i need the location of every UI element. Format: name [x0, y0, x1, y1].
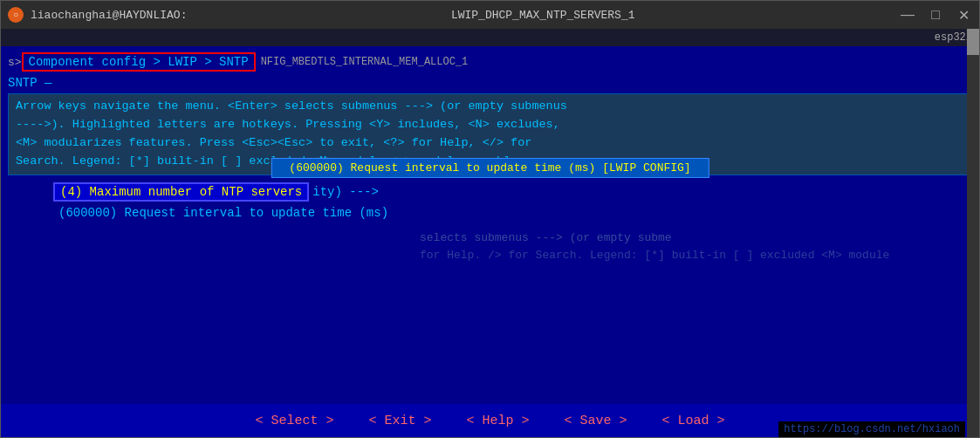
menu-item-row-2[interactable]: (600000) Request interval to update time… [1, 203, 979, 222]
progress-text: (600000) Request interval to update time… [289, 161, 690, 175]
main-window: ○ liaochanghai@HAYDNLIAO: LWIP_DHCP_MAX_… [0, 0, 980, 438]
title-bar-controls: — □ ✕ [899, 6, 972, 24]
select-button[interactable]: < Select > [255, 414, 333, 428]
menu-item-ntp-suffix: ity) ---> [309, 185, 379, 199]
restore-button[interactable]: □ [927, 6, 944, 24]
scrollbar-thumb[interactable] [967, 29, 979, 55]
menu-area: selects submenus ---> (or empty subme fo… [1, 181, 979, 222]
help-button[interactable]: < Help > [466, 414, 529, 428]
title-bar-left: ○ liaochanghai@HAYDNLIAO: [8, 7, 187, 23]
menu-item-ntp-text: (4) Maximum number of NTP servers [60, 185, 302, 199]
terminal-body: esp32/ s> Component config > LWIP > SNTP… [1, 29, 979, 437]
breadcrumb: Component config > LWIP > SNTP [22, 52, 256, 72]
sntp-label: SNTP — [8, 76, 51, 90]
title-bar-user: liaochanghai@HAYDNLIAO: [31, 9, 187, 22]
menu-item-ntp[interactable]: (4) Maximum number of NTP servers [53, 182, 309, 202]
save-button[interactable]: < Save > [565, 414, 627, 428]
terminal-top-bar: esp32/ [1, 29, 979, 46]
app-icon: ○ [8, 7, 24, 23]
watermark: https://blog.csdn.net/hxiaoh [778, 421, 965, 437]
minimize-button[interactable]: — [899, 6, 916, 24]
progress-bar: (600000) Request interval to update time… [271, 158, 709, 178]
terminal-content: s> Component config > LWIP > SNTP NFIG_M… [1, 46, 979, 226]
close-button[interactable]: ✕ [955, 6, 972, 24]
title-bar: ○ liaochanghai@HAYDNLIAO: LWIP_DHCP_MAX_… [1, 1, 979, 29]
sntp-label-line: SNTP — [1, 74, 979, 92]
menu-item-row-1[interactable]: (4) Maximum number of NTP servers ity) -… [1, 181, 979, 203]
breadcrumb-after: NFIG_MBEDTLS_INTERNAL_MEM_ALLOC_1 [261, 56, 469, 68]
ghost-overlay-1: selects submenus ---> (or empty subme [420, 231, 672, 244]
ghost-overlay-2: for Help. /> for Search. Legend: [*] bui… [420, 249, 889, 262]
breadcrumb-line: s> Component config > LWIP > SNTP NFIG_M… [1, 50, 979, 74]
info-line-1: Arrow keys navigate the menu. <Enter> se… [16, 98, 964, 116]
info-line-3: <M> modularizes features. Press <Esc><Es… [16, 134, 964, 153]
exit-button[interactable]: < Exit > [368, 414, 431, 428]
menu-item-interval[interactable]: (600000) Request interval to update time… [53, 205, 394, 221]
info-line-2: ---->). Highlighted letters are hotkeys.… [16, 116, 964, 134]
load-button[interactable]: < Load > [662, 414, 725, 428]
window-title: LWIP_DHCP_MAX_NTP_SERVERS_1 [187, 9, 899, 22]
left-bracket-s: s> [8, 56, 22, 69]
scrollbar[interactable] [967, 29, 979, 437]
